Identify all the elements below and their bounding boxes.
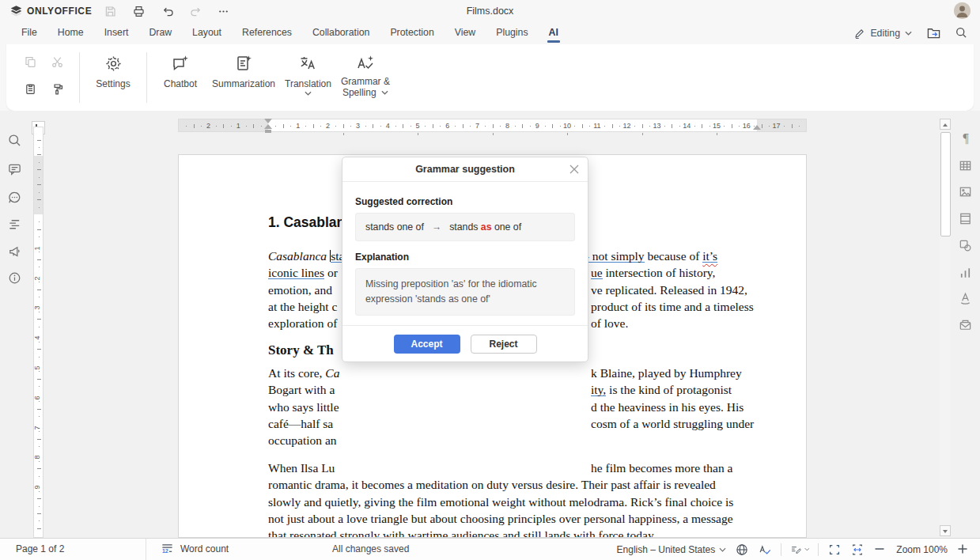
left-indent-marker[interactable] <box>265 130 271 133</box>
translation-label: Translation <box>285 78 331 89</box>
dialog-footer: Accept Reject <box>342 325 588 361</box>
svg-text:12: 12 <box>162 548 168 554</box>
suggested-correction-label: Suggested correction <box>355 196 575 207</box>
chat-icon[interactable] <box>7 190 23 206</box>
user-avatar[interactable] <box>954 2 971 19</box>
tab-draw[interactable]: Draw <box>138 22 182 44</box>
close-icon[interactable] <box>569 165 579 174</box>
zoom-out-button[interactable] <box>873 543 887 557</box>
editing-mode-selector[interactable]: Editing <box>853 28 912 40</box>
left-panel <box>0 111 30 538</box>
fit-page-icon[interactable] <box>827 543 842 557</box>
explanation-label: Explanation <box>355 252 575 263</box>
scroll-up-button[interactable] <box>940 119 951 130</box>
tab-collaboration[interactable]: Collaboration <box>302 22 380 44</box>
navigation-headings-icon[interactable] <box>7 217 23 233</box>
doc-line: that resonated strongly with wartime aud… <box>268 527 760 538</box>
mail-merge-settings-icon[interactable] <box>958 318 974 334</box>
clipboard-group <box>24 55 65 111</box>
table-settings-icon[interactable] <box>958 158 974 174</box>
header-footer-settings-icon[interactable] <box>958 211 974 227</box>
spell-checking-icon[interactable] <box>758 543 772 557</box>
statusbar-divider <box>146 539 146 560</box>
language-selector[interactable]: English – United States <box>617 544 727 555</box>
tab-insert[interactable]: Insert <box>94 22 139 44</box>
zoom-level-label: Zoom 100% <box>896 544 948 555</box>
statusbar-right-controls: English – United States Zoom 100% <box>617 539 971 560</box>
settings-button[interactable]: Settings <box>86 53 140 111</box>
tab-layout[interactable]: Layout <box>182 22 232 44</box>
vertical-ruler[interactable]: 123456789 <box>33 127 44 538</box>
chevron-down-icon <box>305 91 312 96</box>
doc-line: romantic drama, it becomes a meditation … <box>268 476 760 493</box>
chevron-down-icon <box>905 31 912 36</box>
open-file-location-button[interactable] <box>926 26 940 40</box>
paragraph-settings-icon[interactable]: ¶ <box>958 131 974 146</box>
image-settings-icon[interactable] <box>958 184 974 200</box>
dialog-header[interactable]: Grammar suggestion <box>342 157 588 182</box>
reject-button[interactable]: Reject <box>471 335 537 354</box>
scrollbar-thumb[interactable] <box>940 132 951 236</box>
tab-file[interactable]: File <box>11 22 47 44</box>
about-icon[interactable] <box>7 271 23 286</box>
grammar-label-line2: Spelling <box>342 87 376 98</box>
zoom-in-button[interactable] <box>956 543 971 557</box>
dialog-title: Grammar suggestion <box>342 157 588 181</box>
tab-home[interactable]: Home <box>47 22 94 44</box>
cut-icon[interactable] <box>51 55 65 70</box>
copy-style-icon[interactable] <box>51 82 65 96</box>
language-label: English – United States <box>617 544 716 555</box>
feedback-icon[interactable] <box>7 244 23 259</box>
shape-settings-icon[interactable] <box>958 238 974 254</box>
doc-line: Bogart with aity, is the kind of protago… <box>268 381 760 398</box>
hanging-indent-marker[interactable] <box>264 124 272 129</box>
scroll-down-button[interactable] <box>940 525 951 536</box>
vertical-ruler-ticks: 123456789 <box>34 127 43 537</box>
correction-result-post: one of <box>491 221 521 233</box>
doc-line: not just about a love triangle but about… <box>268 510 760 527</box>
onlyoffice-window: ONLYOFFICE Films.docx File Home Insert D… <box>0 0 980 560</box>
fit-width-icon[interactable] <box>850 543 865 557</box>
correction-highlight: as <box>481 221 492 233</box>
correction-original: stands one of <box>365 221 424 233</box>
tabrow-right-controls: Editing <box>853 22 969 44</box>
find-icon[interactable] <box>7 133 23 149</box>
doc-line: slowly and quietly, giving the film emot… <box>268 494 760 510</box>
pencil-icon <box>853 28 865 40</box>
chevron-down-icon <box>381 90 388 95</box>
tab-plugins[interactable]: Plugins <box>486 22 538 44</box>
ribbon-tab-row: File Home Insert Draw Layout References … <box>0 22 980 44</box>
doc-paragraph-2: At its core, Cak Blaine, played by Humph… <box>268 365 760 449</box>
tab-view[interactable]: View <box>445 22 486 44</box>
summarization-button[interactable]: Summarization <box>207 53 280 111</box>
document-language-icon[interactable] <box>735 543 749 557</box>
tab-references[interactable]: References <box>232 22 302 44</box>
right-indent-marker[interactable] <box>753 125 761 130</box>
chatbot-button[interactable]: Chatbot <box>153 53 207 111</box>
tab-protection[interactable]: Protection <box>380 22 444 44</box>
first-line-indent-marker[interactable] <box>264 119 272 123</box>
accept-button[interactable]: Accept <box>394 335 460 354</box>
copy-icon[interactable] <box>24 55 38 70</box>
summarization-icon <box>234 53 253 74</box>
text-art-settings-icon[interactable] <box>958 291 974 307</box>
word-count-button[interactable]: 12 Word count <box>161 542 229 555</box>
paste-icon[interactable] <box>24 82 38 96</box>
explanation-box: Missing preposition 'as' for the idiomat… <box>355 268 575 316</box>
word-count-label: Word count <box>180 543 229 554</box>
page-indicator: Page 1 of 2 <box>16 543 64 554</box>
settings-label: Settings <box>96 78 130 89</box>
grammar-spelling-button[interactable]: Grammar & Spelling <box>336 53 395 111</box>
vertical-scrollbar[interactable] <box>940 119 951 536</box>
track-changes-selector[interactable] <box>790 543 809 557</box>
translation-button[interactable]: Translation <box>280 53 336 111</box>
triangle-up-icon <box>943 123 948 127</box>
horizontal-ruler[interactable]: 211234567891011121314151617 <box>178 119 807 132</box>
dialog-body: Suggested correction stands one of→stand… <box>342 182 588 316</box>
comments-icon[interactable] <box>7 161 23 177</box>
search-icon[interactable] <box>955 26 969 40</box>
doc-heading-2: Story & Th <box>268 342 334 358</box>
horizontal-ruler-ticks: 211234567891011121314151617 <box>179 119 806 131</box>
chart-settings-icon[interactable] <box>958 265 974 281</box>
tab-ai[interactable]: AI <box>539 22 569 44</box>
